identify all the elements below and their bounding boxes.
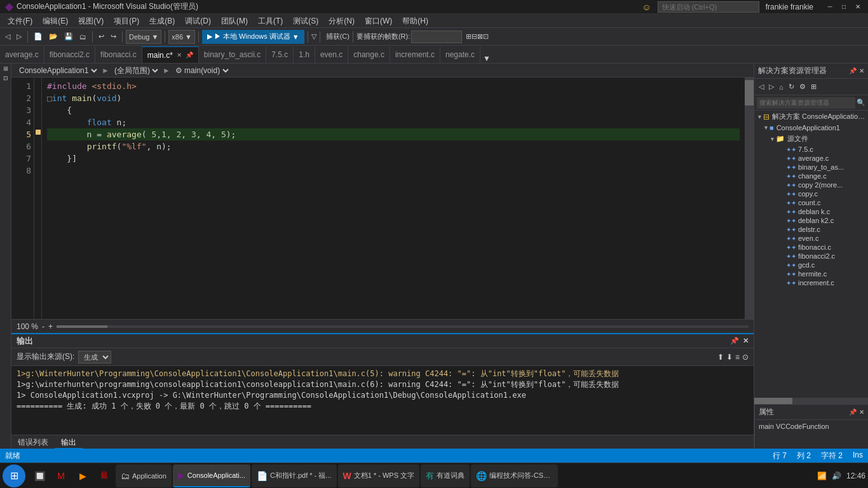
menu-analyze[interactable]: 分析(N) [323, 14, 360, 28]
output-tool-btn3[interactable]: ≡ [735, 353, 740, 362]
taskbar-item-wps[interactable]: W 文档1 * - WPS 文字 [338, 464, 420, 487]
tab-overflow-btn[interactable]: ▼ [483, 54, 491, 63]
max-button[interactable]: □ [839, 2, 849, 12]
tab-main[interactable]: main.c* ✕ 📌 [142, 46, 199, 63]
se-file-average[interactable]: ✦✦ average.c [754, 154, 868, 163]
bottom-tab-output[interactable]: 输出 [55, 435, 83, 449]
debug-mode-dropdown[interactable]: Debug ▼ [126, 30, 161, 44]
se-file-deblan k[interactable]: ✦✦ deblan k.c [754, 207, 868, 216]
se-settings-btn[interactable]: ⚙ [797, 81, 808, 92]
toolbar-newfile-btn[interactable]: 📄 [31, 30, 45, 44]
menu-tools[interactable]: 工具(T) [253, 14, 288, 28]
min-button[interactable]: ─ [825, 2, 835, 12]
se-filter-btn[interactable]: ⊞ [809, 81, 818, 92]
tab-negate[interactable]: negate.c [440, 46, 480, 63]
left-gutter-icon2[interactable]: ⊡ [3, 75, 8, 81]
toolbar-forward-btn[interactable]: ▷ [14, 30, 24, 44]
left-gutter-icon1[interactable]: ⊞ [3, 66, 9, 71]
menu-test[interactable]: 测试(S) [288, 14, 323, 28]
se-folder-item[interactable]: ▼ 📁 源文件 [754, 133, 868, 145]
se-file-even[interactable]: ✦✦ even.c [754, 234, 868, 243]
toolbar-back-btn[interactable]: ◁ [3, 30, 13, 44]
menu-build[interactable]: 生成(B) [144, 14, 180, 28]
close-button[interactable]: ✕ [853, 2, 863, 12]
se-nav-forward[interactable]: ▷ [767, 81, 776, 92]
tab-main-close[interactable]: ✕ [177, 51, 182, 58]
taskbar-item-pdf[interactable]: 📄 C和指针.pdf * - 福... [252, 464, 337, 487]
output-close-btn[interactable]: ✕ [743, 337, 749, 345]
se-file-change[interactable]: ✦✦ change.c [754, 172, 868, 180]
se-file-fibonacci[interactable]: ✦✦ fibonacci.c [754, 243, 868, 252]
code-editor[interactable]: #include <stdio.h> □int main(void) { flo… [42, 78, 745, 319]
output-tool-btn2[interactable]: ⬇ [726, 353, 733, 362]
tray-icon-1[interactable]: 🔲 [29, 464, 50, 487]
tray-icon-2[interactable]: M [51, 464, 71, 487]
zoom-increase-btn[interactable]: + [48, 322, 53, 331]
se-file-copy[interactable]: ✦✦ copy.c [754, 189, 868, 198]
taskbar-item-youdao[interactable]: 有 有道词典 [421, 464, 470, 487]
se-file-hermite[interactable]: ✦✦ hermite.c [754, 269, 868, 278]
menu-help[interactable]: 帮助(H) [397, 14, 433, 28]
tab-change[interactable]: change.c [348, 46, 390, 63]
se-file-binary[interactable]: ✦✦ binary_to_as... [754, 163, 868, 172]
menu-file[interactable]: 文件(F) [3, 14, 37, 28]
output-pin-btn[interactable]: 📌 [730, 337, 739, 345]
tab-1h[interactable]: 1.h [294, 46, 315, 63]
vertical-scrollbar[interactable] [745, 78, 754, 319]
se-close-btn[interactable]: ✕ [859, 67, 864, 74]
properties-pin-btn[interactable]: 📌 [849, 409, 857, 416]
se-hscroll[interactable] [754, 398, 868, 404]
output-source-select[interactable]: 生成 [78, 351, 111, 363]
tab-even[interactable]: even.c [315, 46, 348, 63]
properties-close-btn[interactable]: ✕ [859, 409, 864, 416]
bottom-tab-errors[interactable]: 错误列表 [11, 435, 55, 449]
se-file-deblan k2[interactable]: ✦✦ deblan k2.c [754, 216, 868, 225]
menu-project[interactable]: 项目(P) [109, 14, 144, 28]
tab-fibonacci[interactable]: fibonacci.c [95, 46, 142, 63]
capture-args-input[interactable] [411, 30, 462, 43]
toolbar-redo-btn[interactable]: ↪ [108, 30, 119, 44]
tab-average[interactable]: average.c [0, 46, 44, 63]
se-file-delstr[interactable]: ✦✦ delstr.c [754, 225, 868, 234]
se-file-gcd[interactable]: ✦✦ gcd.c [754, 261, 868, 269]
tray-icon-4[interactable]: 最 [94, 464, 114, 487]
se-search-input[interactable] [757, 97, 855, 109]
platform-dropdown[interactable]: x86 ▼ [168, 30, 195, 44]
se-file-75[interactable]: ✦✦ 7.5.c [754, 145, 868, 154]
tray-icon-3[interactable]: ▶ [72, 464, 93, 487]
breadcrumb-function-select[interactable]: ⚙ main(void) [173, 65, 231, 76]
se-nav-back[interactable]: ◁ [757, 81, 766, 92]
breadcrumb-scope-select[interactable]: (全局范围) [112, 65, 160, 76]
quick-launch-input[interactable] [658, 1, 759, 13]
toolbar-undo-btn[interactable]: ↩ [96, 30, 107, 44]
menu-view[interactable]: 视图(V) [73, 14, 109, 28]
se-pin-btn[interactable]: 📌 [849, 67, 857, 74]
output-tool-btn1[interactable]: ⬆ [717, 353, 724, 362]
breadcrumb-project-select[interactable]: ConsoleApplication1 [17, 65, 99, 76]
menu-team[interactable]: 团队(M) [216, 14, 253, 28]
se-nav-home[interactable]: ⌂ [777, 82, 785, 92]
signal-icon[interactable]: 📶 [817, 471, 827, 480]
output-tool-btn4[interactable]: ⊙ [742, 353, 749, 362]
se-hscroll-thumb[interactable] [754, 398, 792, 404]
menu-edit[interactable]: 编辑(E) [37, 14, 73, 28]
menu-debug[interactable]: 调试(D) [180, 14, 216, 28]
se-file-count[interactable]: ✦✦ count.c [754, 198, 868, 207]
tab-main-pin[interactable]: 📌 [186, 51, 193, 58]
run-button[interactable]: ▶ ▶ 本地 Windows 调试器 ▼ [202, 30, 304, 44]
toolbar-open-btn[interactable]: 📂 [46, 30, 60, 44]
tab-75[interactable]: 7.5.c [266, 46, 294, 63]
tab-increment[interactable]: increment.c [390, 46, 440, 63]
taskbar-item-vs[interactable]: ▶ ConsoleApplicati... [173, 464, 250, 487]
toolbar-saveall-btn[interactable]: 🗂 [77, 30, 89, 44]
tab-fibonacci2[interactable]: fibonacci2.c [44, 46, 95, 63]
v-scroll-thumb[interactable] [745, 80, 754, 105]
se-project-item[interactable]: ▼ ■ ConsoleApplication1 [754, 123, 868, 133]
start-button[interactable]: ⊞ [3, 464, 25, 487]
zoom-decrease-btn[interactable]: - [42, 322, 44, 331]
se-file-copy2[interactable]: ✦✦ copy 2(more... [754, 180, 868, 189]
se-file-increment[interactable]: ✦✦ increment.c [754, 278, 868, 287]
speaker-icon[interactable]: 🔊 [832, 471, 841, 480]
se-refresh-btn[interactable]: ↻ [787, 81, 796, 92]
menu-window[interactable]: 窗口(W) [360, 14, 397, 28]
